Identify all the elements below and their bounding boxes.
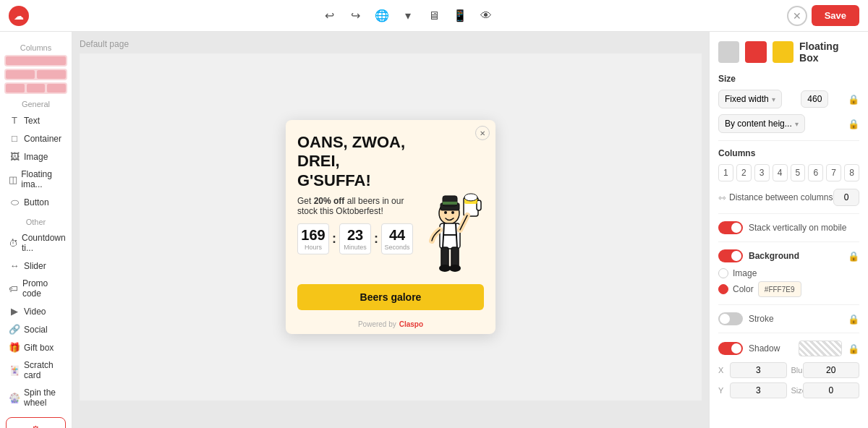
column-layout-1col[interactable]	[4, 55, 67, 67]
scratch-icon: 🃏	[9, 365, 20, 376]
sidebar-item-promo[interactable]: 🏷 Promo code	[4, 275, 67, 302]
undo-button[interactable]: ↩	[319, 5, 341, 27]
count-seconds: 44 Seconds	[381, 223, 413, 254]
sidebar-item-floating-image-label: Floating ima...	[21, 169, 63, 189]
count-minutes-value: 23	[341, 227, 369, 244]
shadow-swatch[interactable]	[799, 341, 842, 356]
chevron-down-icon[interactable]: ▾	[397, 5, 419, 27]
background-toggle[interactable]	[718, 249, 743, 262]
shadow-blur-value[interactable]: 20	[803, 362, 860, 378]
left-sidebar: Columns General T Text □ Container 🖼 Ima…	[0, 32, 72, 428]
dist-value[interactable]: 0	[833, 189, 859, 206]
col-btn-7[interactable]: 7	[826, 164, 841, 181]
sidebar-item-giftbox[interactable]: 🎁 Gift box	[4, 338, 67, 356]
popup-modal: ✕ OANS, ZWOA, DREI, G'SUFFA! Get 20% off…	[286, 120, 495, 334]
content-height-dropdown[interactable]: By content heig... ▾	[718, 114, 805, 133]
text-icon: T	[9, 115, 20, 126]
topbar-center: ↩ ↪ 🌐 ▾ 🖥 📱 👁	[319, 5, 497, 27]
shadow-size-value[interactable]: 0	[803, 382, 860, 398]
rs-thumb-red[interactable]	[745, 41, 766, 63]
content-height-lock-icon[interactable]: 🔒	[848, 119, 859, 129]
column-layout-2col[interactable]	[4, 69, 67, 80]
canvas-area[interactable]: Default page ✕ OANS, ZWOA, DREI, G'SUFFA…	[72, 32, 709, 428]
shadow-lock-icon[interactable]: 🔒	[848, 343, 859, 354]
container-icon: □	[9, 133, 20, 144]
rs-thumb-gray[interactable]	[718, 41, 739, 63]
canvas-inner: ✕ OANS, ZWOA, DREI, G'SUFFA! Get 20% off…	[80, 54, 702, 401]
col-btn-3[interactable]: 3	[754, 164, 770, 181]
shadow-size-item: Size 0	[791, 382, 860, 398]
redo-button[interactable]: ↪	[345, 5, 367, 27]
popup-subtitle-prefix: Get	[297, 196, 314, 206]
logo-icon: ☁	[9, 6, 29, 26]
sidebar-item-scratch[interactable]: 🃏 Scratch card	[4, 356, 67, 384]
fixed-width-chevron: ▾	[772, 95, 775, 103]
sidebar-item-container[interactable]: □ Container	[4, 129, 67, 147]
popup-close-button[interactable]: ✕	[475, 126, 490, 140]
shadow-x-value[interactable]: 3	[730, 362, 787, 378]
sidebar-item-button[interactable]: ⬭ Button	[4, 193, 67, 212]
shadow-y-value[interactable]: 3	[730, 382, 787, 398]
rs-component-header: Floating Box	[718, 40, 859, 64]
rs-columns-section: Columns	[718, 148, 859, 158]
fixed-width-dropdown[interactable]: Fixed width ▾	[718, 90, 782, 108]
save-button[interactable]: Save	[812, 5, 859, 26]
promo-icon: 🏷	[9, 283, 19, 294]
stroke-label: Stroke	[749, 314, 774, 324]
column-layout-3col[interactable]	[4, 82, 67, 94]
col-btn-1[interactable]: 1	[718, 164, 733, 181]
content-height-chevron: ▾	[795, 120, 799, 128]
col-btn-8[interactable]: 8	[844, 164, 859, 181]
col-btn-5[interactable]: 5	[791, 164, 806, 181]
rs-content-height-row: By content heig... ▾ 🔒	[718, 114, 859, 133]
sidebar-item-floating-image[interactable]: ◫ Floating ima...	[4, 166, 67, 193]
shadow-x-label: X	[718, 366, 727, 374]
stroke-toggle-row: Stroke 🔒	[718, 312, 859, 325]
col-btn-4[interactable]: 4	[773, 164, 788, 181]
sidebar-item-video[interactable]: ▶ Video	[4, 302, 67, 320]
page-label: Default page	[80, 39, 702, 49]
bg-color-option[interactable]: Color #FFF7E9	[718, 281, 859, 297]
shadow-blur-item: Blur 20	[791, 362, 860, 378]
svg-point-17	[449, 265, 461, 272]
col-btn-2[interactable]: 2	[736, 164, 752, 181]
popup-subtitle: Get 20% off all beers in our stock this …	[297, 196, 413, 216]
fixed-width-value[interactable]: 460	[801, 90, 828, 108]
svg-point-9	[451, 211, 454, 214]
fixed-width-label: Fixed width	[725, 94, 769, 104]
stroke-lock-icon[interactable]: 🔒	[848, 314, 859, 325]
divider-4	[718, 304, 859, 305]
preview-button[interactable]: 👁	[475, 5, 497, 27]
topbar-right: ✕ Save	[787, 5, 859, 26]
shadow-toggle[interactable]	[718, 342, 743, 355]
sidebar-item-button-label: Button	[24, 197, 49, 207]
globe-button[interactable]: 🌐	[371, 5, 393, 27]
divider-1	[718, 140, 859, 141]
rs-size-section: Size	[718, 74, 859, 84]
sidebar-item-spin[interactable]: 🎡 Spin the wheel	[4, 384, 67, 411]
desktop-button[interactable]: 🖥	[423, 5, 445, 27]
bg-image-radio[interactable]	[718, 268, 728, 278]
count-seconds-label: Seconds	[383, 244, 411, 251]
stack-toggle[interactable]	[718, 221, 743, 234]
fixed-width-lock-icon[interactable]: 🔒	[848, 94, 859, 105]
col-btn-6[interactable]: 6	[808, 164, 823, 181]
dist-icon: ⇿	[718, 192, 726, 203]
svg-point-8	[444, 211, 447, 214]
tablet-button[interactable]: 📱	[449, 5, 471, 27]
request-component-box[interactable]: ⚙ Request a component	[6, 417, 66, 428]
bg-color-radio[interactable]	[718, 284, 728, 294]
close-button[interactable]: ✕	[787, 6, 807, 26]
stroke-toggle[interactable]	[718, 312, 743, 325]
sidebar-item-slider[interactable]: ↔ Slider	[4, 257, 67, 275]
rs-thumb-yellow[interactable]	[773, 41, 793, 63]
popup-cta-button[interactable]: Beers galore	[297, 284, 484, 310]
sidebar-item-image[interactable]: 🖼 Image	[4, 147, 67, 166]
background-lock-icon[interactable]: 🔒	[848, 251, 859, 262]
bg-image-option[interactable]: Image	[718, 268, 859, 278]
shadow-params-grid: X 3 Blur 20 Y 3 Size 0	[718, 362, 859, 398]
sidebar-item-countdown[interactable]: ⏱ Countdown ti...	[4, 229, 67, 257]
sidebar-item-social[interactable]: 🔗 Social	[4, 320, 67, 338]
bg-color-swatch[interactable]: #FFF7E9	[758, 281, 801, 297]
sidebar-item-text[interactable]: T Text	[4, 111, 67, 129]
